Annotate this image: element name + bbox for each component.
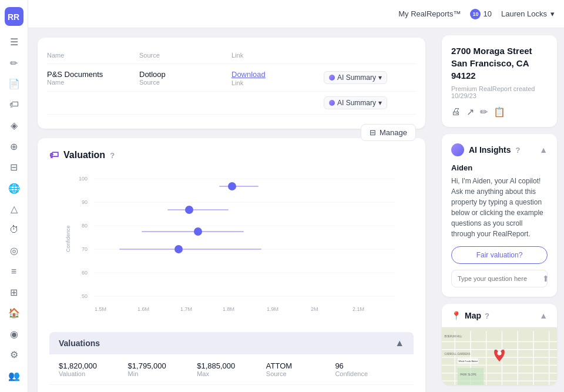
map-help-icon[interactable]: ? <box>485 311 489 320</box>
warning-icon[interactable]: △ <box>4 200 25 218</box>
val-source-label-1: Source <box>266 370 335 377</box>
doc-name-sub: Name <box>47 79 139 86</box>
diamond-icon[interactable]: ◈ <box>4 116 25 135</box>
chevron-down-icon: ▾ <box>550 9 555 18</box>
svg-text:CARROLL GARDENS: CARROLL GARDENS <box>444 353 470 356</box>
settings-icon[interactable]: ⚙ <box>4 346 25 364</box>
map-pin-icon: 📍 <box>451 311 461 320</box>
edit-icon[interactable]: ✏ <box>480 106 488 118</box>
home-icon[interactable]: 🏠 <box>4 304 25 322</box>
ai-help-icon[interactable]: ? <box>516 146 521 155</box>
doc-link-sub: Link <box>231 79 324 86</box>
collapse-icon[interactable]: ▲ <box>395 338 404 349</box>
valuation-chart: Confidence 100 90 80 70 60 <box>49 170 414 323</box>
chevron-down-icon: ▾ <box>378 73 382 82</box>
svg-point-23 <box>228 182 236 190</box>
chart-svg: Confidence 100 90 80 70 60 <box>49 170 414 323</box>
svg-text:1.5M: 1.5M <box>95 306 106 312</box>
radio-icon[interactable]: ◉ <box>4 325 25 343</box>
valuation-row-1: $1,820,000 Valuation $1,795,000 Min $1,8… <box>49 354 414 385</box>
valuation-tag-icon: 🏷 <box>49 150 59 160</box>
manage-label: Manage <box>380 128 407 137</box>
doc-source-sub: Source <box>139 79 231 86</box>
val-min-label-1: Min <box>128 370 197 377</box>
menu-icon[interactable]: ☰ <box>4 33 25 51</box>
document-icon[interactable]: 📄 <box>4 75 25 93</box>
send-button[interactable]: ⬆ <box>542 274 549 283</box>
list-icon[interactable]: ≡ <box>4 262 25 280</box>
svg-text:PARK SLOPE: PARK SLOPE <box>460 373 476 376</box>
ai-collapse-button[interactable]: ▲ <box>539 145 548 155</box>
val-conf-label-1: Confidence <box>335 370 404 377</box>
svg-point-25 <box>185 206 193 214</box>
valuation-title: 🏷 Valuation ? <box>49 150 414 160</box>
val-label-1: Valuation <box>59 370 128 377</box>
svg-text:70: 70 <box>82 246 88 252</box>
map-title-text: Map <box>465 311 481 320</box>
fair-valuation-button[interactable]: Fair valuation? <box>451 246 548 264</box>
ai-card-title: AI Insights ? <box>451 143 521 156</box>
svg-text:1.9M: 1.9M <box>267 306 278 312</box>
valuation-title-text: Valuation <box>63 150 105 160</box>
svg-text:Whole Foods Market: Whole Foods Market <box>459 360 478 363</box>
edit-icon[interactable]: ✏ <box>4 53 25 72</box>
grid-icon[interactable]: ⊟ <box>4 158 25 176</box>
doc-row-2: AI Summary ▾ <box>47 92 416 115</box>
doc-link-ps[interactable]: Download <box>231 70 266 79</box>
ai-summary-label-2: AI Summary <box>337 99 376 107</box>
ai-summary-button-1[interactable]: AI Summary ▾ <box>324 71 387 84</box>
users-icon[interactable]: 👥 <box>4 367 25 385</box>
map-preview: BOERUM HILL CARROLL GARDENS PARK SLOPE W… <box>442 327 557 385</box>
share-icon[interactable]: ↗ <box>466 106 474 118</box>
svg-text:60: 60 <box>82 270 88 276</box>
circle-icon[interactable]: ◎ <box>4 242 25 260</box>
documents-card: Name Source Link P&S Documents Name <box>38 38 425 129</box>
doc-header-row: Name Source Link <box>47 47 416 64</box>
col-link-header: Link <box>231 52 324 59</box>
doc-source-ps: Dotloop <box>139 70 231 79</box>
ai-question-input[interactable] <box>458 275 539 282</box>
doc-name-ps: P&S Documents <box>47 70 139 79</box>
sidebar: RR ☰ ✏ 📄 🏷 ◈ ⊕ ⊟ 🌐 △ ⏱ ◎ ≡ ⊞ 🏠 ◉ ⚙ 👥 <box>0 0 28 392</box>
valuation-help-icon[interactable]: ? <box>110 151 115 160</box>
val-min-1: $1,795,000 <box>128 361 197 370</box>
ai-summary-label: AI Summary <box>337 73 376 82</box>
svg-text:90: 90 <box>82 199 88 205</box>
myrr-label[interactable]: My RealReports™ <box>398 9 461 18</box>
map-collapse-button[interactable]: ▲ <box>539 311 548 320</box>
svg-text:RR: RR <box>8 12 19 22</box>
user-menu[interactable]: Lauren Locks ▾ <box>501 9 555 18</box>
ai-insights-card: AI Insights ? ▲ Aiden Hi, I'm Aiden, you… <box>442 134 557 297</box>
col-name-header: Name <box>47 52 139 59</box>
tag-icon[interactable]: 🏷 <box>4 95 25 113</box>
svg-text:80: 80 <box>82 223 88 229</box>
ai-dot-icon-2 <box>329 100 335 106</box>
val-source-1: ATTOM <box>266 361 335 370</box>
map-card-header: 📍 Map ? ▲ <box>442 304 557 327</box>
svg-text:50: 50 <box>82 293 88 299</box>
points-badge: 10 <box>470 9 481 19</box>
timer-icon[interactable]: ⏱ <box>4 220 25 239</box>
svg-text:1.6M: 1.6M <box>137 306 149 312</box>
manage-icon: ⊟ <box>370 128 376 137</box>
svg-rect-44 <box>458 368 484 385</box>
ai-title-text: AI Insights <box>469 145 511 155</box>
val-conf-1: 96 <box>335 361 404 370</box>
ai-summary-button-2[interactable]: AI Summary ▾ <box>324 96 387 109</box>
manage-button[interactable]: ⊟ Manage <box>361 124 416 141</box>
plus-square-icon[interactable]: ⊞ <box>4 283 25 301</box>
add-icon[interactable]: ⊕ <box>4 137 25 155</box>
ai-dot-icon <box>329 75 335 81</box>
right-panel: 2700 Moraga Street San Francisco, CA 941… <box>435 28 564 392</box>
col-source-header: Source <box>139 52 231 59</box>
val-max-1: $1,885,000 <box>197 361 266 370</box>
svg-text:100: 100 <box>79 176 88 182</box>
brand-logo[interactable]: RR <box>5 7 24 26</box>
center-panel: Name Source Link P&S Documents Name <box>28 28 435 392</box>
globe-icon[interactable]: 🌐 <box>4 179 25 197</box>
property-address-line1: 2700 Moraga Street <box>451 45 548 57</box>
print-icon[interactable]: 🖨 <box>451 106 461 118</box>
property-address-line2: San Francisco, CA 94122 <box>451 57 548 82</box>
map-card: 📍 Map ? ▲ <box>442 304 557 385</box>
copy-icon[interactable]: 📋 <box>494 106 505 118</box>
